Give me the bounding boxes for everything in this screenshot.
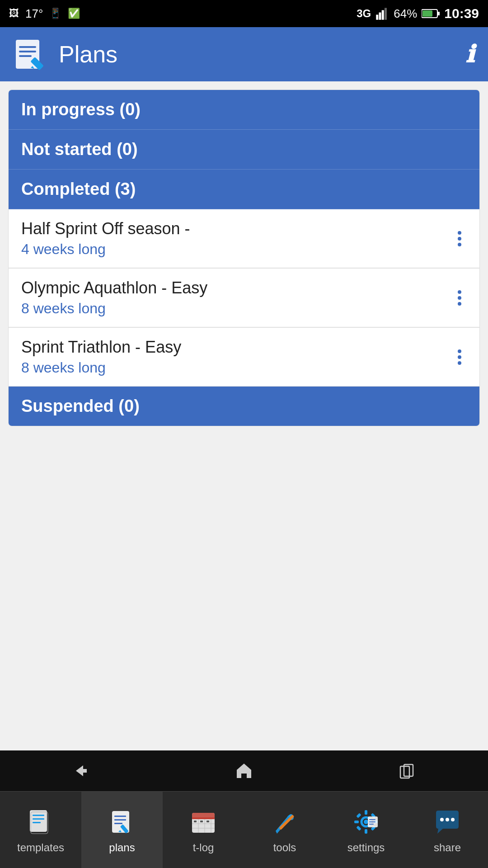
app-header: Plans ℹ <box>0 27 488 81</box>
nav-label-share: share <box>434 841 461 854</box>
svg-rect-13 <box>30 810 47 832</box>
settings-icon <box>350 806 382 838</box>
svg-rect-46 <box>356 826 361 830</box>
nav-label-templates: templates <box>17 841 64 854</box>
back-button[interactable] <box>68 757 95 784</box>
signal-bars-icon <box>375 7 389 20</box>
plan-duration-half-sprint: 4 weeks long <box>21 241 452 258</box>
plan-duration-olympic: 8 weeks long <box>21 300 452 317</box>
main-content: In progress (0) Not started (0) Complete… <box>0 81 488 791</box>
temperature: 17° <box>25 7 43 21</box>
plans-list: In progress (0) Not started (0) Complete… <box>8 90 480 426</box>
status-bar: 🖼 17° 📱 ✅ 3G 64% 10:39 <box>0 0 488 27</box>
nav-label-plans: plans <box>109 841 135 854</box>
plan-item-olympic: Olympic Aquathlon - Easy 8 weeks long <box>9 269 479 327</box>
svg-point-53 <box>446 818 449 821</box>
plan-name-half-sprint: Half Sprint Off season - <box>21 219 452 238</box>
svg-point-54 <box>451 818 455 821</box>
nav-item-tools[interactable]: tools <box>244 792 325 868</box>
nav-label-tools: tools <box>273 841 296 854</box>
svg-rect-5 <box>437 12 440 15</box>
home-icon <box>235 762 253 780</box>
svg-rect-49 <box>369 819 375 820</box>
svg-rect-32 <box>194 821 197 822</box>
system-nav <box>0 750 488 791</box>
nav-label-settings: settings <box>347 841 385 854</box>
svg-rect-0 <box>376 15 378 20</box>
svg-rect-40 <box>365 810 367 815</box>
svg-rect-9 <box>19 51 36 52</box>
page-title: Plans <box>59 41 117 68</box>
info-button[interactable]: ℹ <box>465 41 474 68</box>
phone-icon: 📱 <box>49 8 61 19</box>
nav-label-tlog: t-log <box>193 841 214 854</box>
svg-rect-3 <box>385 8 387 20</box>
recents-icon <box>398 762 416 780</box>
svg-rect-21 <box>114 823 122 824</box>
svg-rect-10 <box>19 55 32 57</box>
nav-item-share[interactable]: share <box>407 792 488 868</box>
share-icon <box>432 806 463 838</box>
plan-item-half-sprint: Half Sprint Off season - 4 weeks long <box>9 209 479 268</box>
svg-point-39 <box>364 820 368 824</box>
time: 10:39 <box>444 6 479 21</box>
plans-icon <box>106 806 138 838</box>
svg-rect-50 <box>369 821 375 822</box>
nav-item-templates[interactable]: templates <box>0 792 81 868</box>
plan-menu-btn-sprint-tri[interactable] <box>452 346 467 368</box>
recents-button[interactable] <box>393 757 420 784</box>
header-left: Plans <box>14 36 117 72</box>
svg-rect-41 <box>365 829 367 834</box>
battery-icon <box>422 8 440 19</box>
status-right: 3G 64% 10:39 <box>357 6 479 21</box>
svg-rect-42 <box>354 821 359 823</box>
svg-rect-44 <box>356 813 361 818</box>
back-icon <box>72 762 90 780</box>
plan-item-sprint-tri: Sprint Triathlon - Easy 8 weeks long <box>9 328 479 387</box>
battery-percent: 64% <box>394 7 417 21</box>
nav-item-tlog[interactable]: t-log <box>163 792 244 868</box>
svg-rect-51 <box>369 824 374 825</box>
svg-rect-34 <box>206 821 209 822</box>
image-icon: 🖼 <box>9 8 19 19</box>
plan-info-olympic: Olympic Aquathlon - Easy 8 weeks long <box>21 278 452 317</box>
svg-rect-19 <box>114 816 126 817</box>
task-icon: ✅ <box>68 8 80 19</box>
plan-name-sprint-tri: Sprint Triathlon - Easy <box>21 338 452 357</box>
svg-rect-26 <box>192 817 215 819</box>
plan-duration-sprint-tri: 8 weeks long <box>21 359 452 376</box>
tools-icon <box>269 806 300 838</box>
section-in-progress-label: In progress (0) <box>21 100 141 119</box>
plan-info-sprint-tri: Sprint Triathlon - Easy 8 weeks long <box>21 338 452 376</box>
section-not-started[interactable]: Not started (0) <box>9 130 479 170</box>
section-in-progress[interactable]: In progress (0) <box>9 90 479 130</box>
svg-rect-2 <box>382 10 384 20</box>
svg-rect-1 <box>379 13 381 20</box>
section-completed-label: Completed (3) <box>21 179 136 198</box>
three-dots-icon-3 <box>458 349 461 365</box>
section-completed[interactable]: Completed (3) <box>9 170 479 209</box>
plan-name-olympic: Olympic Aquathlon - Easy <box>21 278 452 297</box>
svg-rect-15 <box>33 818 44 820</box>
svg-rect-8 <box>19 46 36 48</box>
svg-rect-33 <box>200 821 203 822</box>
home-button[interactable] <box>230 757 258 784</box>
status-left: 🖼 17° 📱 ✅ <box>9 7 80 21</box>
plan-menu-btn-olympic[interactable] <box>452 287 467 309</box>
svg-rect-6 <box>422 10 432 17</box>
three-dots-icon <box>458 231 461 246</box>
section-suspended[interactable]: Suspended (0) <box>9 387 479 426</box>
svg-rect-14 <box>33 815 44 816</box>
plan-info-half-sprint: Half Sprint Off season - 4 weeks long <box>21 219 452 258</box>
svg-point-52 <box>440 818 444 821</box>
svg-rect-20 <box>114 819 126 821</box>
bottom-nav: templates plans <box>0 791 488 868</box>
nav-item-plans[interactable]: plans <box>81 792 163 868</box>
section-suspended-label: Suspended (0) <box>21 396 140 415</box>
plan-menu-btn-half-sprint[interactable] <box>452 227 467 250</box>
templates-icon <box>25 806 56 838</box>
svg-rect-16 <box>33 822 41 823</box>
app-logo <box>14 36 50 72</box>
nav-item-settings[interactable]: settings <box>325 792 407 868</box>
section-not-started-label: Not started (0) <box>21 140 138 159</box>
